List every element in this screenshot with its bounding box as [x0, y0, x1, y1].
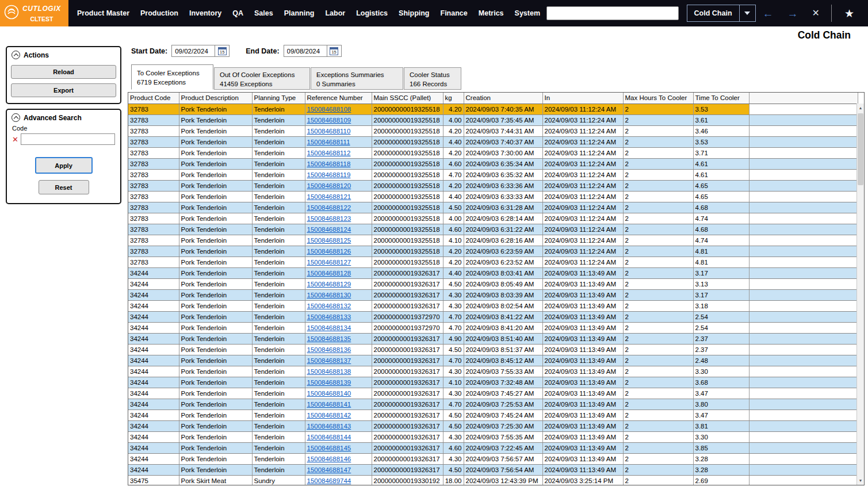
reference-number-link[interactable]: 150084688136	[307, 346, 351, 353]
table-row[interactable]: 32783Pork TenderloinTenderloin1500846881…	[128, 158, 858, 169]
reference-number-link[interactable]: 150084688109	[307, 117, 351, 124]
tab-cooler-status[interactable]: Cooler Status 166 Records	[404, 67, 461, 90]
table-row[interactable]: 32783Pork TenderloinTenderloin1500846881…	[128, 257, 858, 267]
reference-number-link[interactable]: 150084688112	[307, 150, 351, 156]
table-row[interactable]: 34244Pork TenderloinTenderloin1500846881…	[128, 410, 858, 420]
reference-number-link[interactable]: 150084688126	[307, 248, 351, 255]
table-row[interactable]: 34244Pork TenderloinTenderloin1500846881…	[128, 453, 858, 464]
reference-number-link[interactable]: 150084688108	[307, 106, 351, 113]
global-search-input[interactable]	[546, 6, 679, 20]
vertical-scrollbar[interactable]: ▲ ▼	[856, 104, 864, 485]
reference-number-link[interactable]: 150084688123	[307, 215, 351, 222]
table-row[interactable]: 34244Pork TenderloinTenderloin1500846881…	[128, 278, 858, 289]
reference-number-link[interactable]: 150084688141	[307, 401, 351, 408]
brand-logo[interactable]: CUTLOGIX CLTEST	[0, 0, 68, 26]
reference-number-link[interactable]: 150084689744	[307, 477, 351, 484]
reference-number-link[interactable]: 150084688145	[307, 445, 351, 451]
nav-item-metrics[interactable]: Metrics	[479, 9, 504, 17]
column-header-kg[interactable]: kg	[443, 93, 464, 104]
collapse-actions-icon[interactable]	[12, 51, 20, 59]
reload-button[interactable]: Reload	[11, 65, 116, 79]
table-row[interactable]: 32783Pork TenderloinTenderloin1500846881…	[128, 114, 858, 125]
reference-number-link[interactable]: 150084688140	[307, 390, 351, 397]
reference-number-link[interactable]: 150084688122	[307, 204, 351, 211]
column-header-planning-type[interactable]: Planning Type	[252, 93, 305, 104]
tab-exceptions-summaries[interactable]: Exceptions Summaries 0 Summaries	[311, 67, 403, 90]
reference-number-link[interactable]: 150084688124	[307, 226, 351, 233]
favorite-star-icon[interactable]: ★	[844, 7, 854, 20]
nav-item-product-master[interactable]: Product Master	[77, 9, 129, 17]
scroll-down-icon[interactable]: ▼	[857, 476, 864, 485]
table-row[interactable]: 34244Pork TenderloinTenderloin1500846881…	[128, 344, 858, 355]
reference-number-link[interactable]: 150084688133	[307, 313, 351, 320]
scrollbar-thumb[interactable]	[858, 113, 863, 185]
table-row[interactable]: 34244Pork TenderloinTenderloin1500846881…	[128, 333, 858, 344]
reference-number-link[interactable]: 150084688118	[307, 160, 351, 167]
nav-item-system[interactable]: System	[515, 9, 540, 17]
table-row[interactable]: 32783Pork TenderloinTenderloin1500846881…	[128, 169, 858, 180]
table-row[interactable]: 32783Pork TenderloinTenderloin1500846881…	[128, 191, 858, 202]
table-row[interactable]: 32783Pork TenderloinTenderloin1500846881…	[128, 224, 858, 235]
table-row[interactable]: 34244Pork TenderloinTenderloin1500846881…	[128, 388, 858, 399]
reference-number-link[interactable]: 150084688135	[307, 335, 351, 342]
table-row[interactable]: 32783Pork TenderloinTenderloin1500846881…	[128, 202, 858, 213]
apply-button[interactable]: Apply	[35, 157, 93, 174]
chevron-down-icon[interactable]	[739, 5, 755, 21]
module-dropdown[interactable]: Cold Chain	[687, 5, 756, 22]
table-row[interactable]: 34244Pork TenderloinTenderloin1500846881…	[128, 322, 858, 333]
table-row[interactable]: 34244Pork TenderloinTenderloin1500846881…	[128, 399, 858, 410]
reference-number-link[interactable]: 150084688139	[307, 379, 351, 386]
scroll-up-icon[interactable]: ▲	[857, 104, 864, 112]
table-row[interactable]: 34244Pork TenderloinTenderloin1500846881…	[128, 420, 858, 431]
reference-number-link[interactable]: 150084688125	[307, 237, 351, 244]
code-input[interactable]	[21, 133, 115, 145]
column-header-time-to-cooler[interactable]: Time To Cooler	[693, 93, 749, 104]
collapse-advanced-search-icon[interactable]	[12, 113, 20, 122]
end-date-input[interactable]	[284, 45, 327, 56]
table-row[interactable]: 34244Pork TenderloinTenderloin1500846881…	[128, 366, 858, 377]
nav-item-shipping[interactable]: Shipping	[399, 9, 429, 17]
clear-code-icon[interactable]: ✕	[12, 136, 18, 143]
table-row[interactable]: 32783Pork TenderloinTenderloin1500846881…	[128, 235, 858, 246]
reference-number-link[interactable]: 150084688111	[307, 139, 350, 146]
reference-number-link[interactable]: 150084688137	[307, 357, 351, 364]
start-date-input[interactable]	[172, 45, 215, 56]
end-date-calendar-icon[interactable]: 15	[327, 45, 341, 56]
table-row[interactable]: 32783Pork TenderloinTenderloin1500846881…	[128, 104, 858, 114]
column-header-reference-number[interactable]: Reference Number	[305, 93, 372, 104]
table-row[interactable]: 32783Pork TenderloinTenderloin1500846881…	[128, 180, 858, 191]
column-header-max-hours-to-cooler[interactable]: Max Hours To Cooler	[623, 93, 693, 104]
table-row[interactable]: 34244Pork TenderloinTenderloin1500846881…	[128, 300, 858, 311]
reference-number-link[interactable]: 150084688146	[307, 456, 351, 462]
table-row[interactable]: 34244Pork TenderloinTenderloin1500846881…	[128, 311, 858, 322]
column-header-main-sscc-pallet[interactable]: Main SSCC (Pallet)	[372, 93, 443, 104]
nav-item-qa[interactable]: QA	[232, 9, 243, 17]
reference-number-link[interactable]: 150084688130	[307, 292, 351, 299]
reference-number-link[interactable]: 150084688138	[307, 368, 351, 375]
start-date-calendar-icon[interactable]: 15	[215, 45, 229, 56]
table-row[interactable]: 35475Pork Skirt MeatSundry15008468974420…	[128, 475, 858, 485]
reference-number-link[interactable]: 150084688120	[307, 182, 351, 189]
reference-number-link[interactable]: 150084688144	[307, 434, 351, 441]
forward-icon[interactable]: →	[787, 8, 798, 19]
reference-number-link[interactable]: 150084688147	[307, 466, 351, 473]
table-row[interactable]: 34244Pork TenderloinTenderloin1500846881…	[128, 442, 858, 453]
reference-number-link[interactable]: 150084688119	[307, 171, 351, 178]
export-button[interactable]: Export	[11, 83, 116, 97]
nav-item-finance[interactable]: Finance	[441, 9, 468, 17]
table-row[interactable]: 32783Pork TenderloinTenderloin1500846881…	[128, 136, 858, 147]
reference-number-link[interactable]: 150084688121	[307, 193, 351, 200]
reference-number-link[interactable]: 150084688129	[307, 281, 351, 288]
reference-number-link[interactable]: 150084688110	[307, 128, 351, 135]
close-icon[interactable]: ✕	[812, 9, 820, 18]
table-row[interactable]: 32783Pork TenderloinTenderloin1500846881…	[128, 125, 858, 136]
table-row[interactable]: 34244Pork TenderloinTenderloin1500846881…	[128, 464, 858, 475]
nav-item-production[interactable]: Production	[140, 9, 178, 17]
nav-item-labor[interactable]: Labor	[325, 9, 345, 17]
reference-number-link[interactable]: 150084688134	[307, 324, 351, 331]
column-header-product-code[interactable]: Product Code	[128, 93, 179, 104]
table-row[interactable]: 34244Pork TenderloinTenderloin1500846881…	[128, 377, 858, 388]
table-row[interactable]: 34244Pork TenderloinTenderloin1500846881…	[128, 267, 858, 278]
nav-item-sales[interactable]: Sales	[254, 9, 273, 17]
tab-out-of-cooler-exceptions[interactable]: Out Of Cooler Exceptions 41459 Exception…	[214, 67, 310, 90]
